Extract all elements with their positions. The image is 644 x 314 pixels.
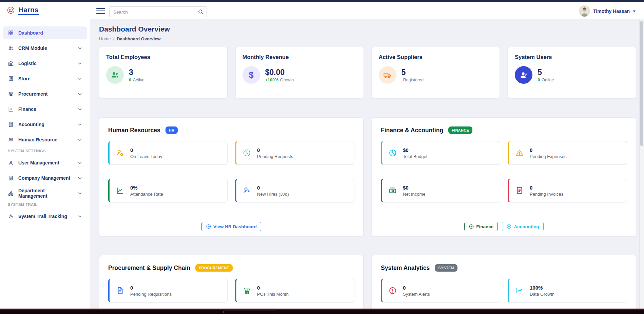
mini-stat-pending-invoices: 0 Pending Invoices bbox=[508, 179, 627, 202]
mini-stat-value: 0% bbox=[130, 185, 163, 191]
sidebar-item-store[interactable]: Store bbox=[3, 72, 87, 85]
receipt-icon bbox=[514, 186, 525, 195]
sidebar-item-human-resource[interactable]: Human Resource bbox=[3, 133, 87, 146]
vertical-scrollbar-thumb[interactable] bbox=[640, 21, 643, 146]
search-icon[interactable] bbox=[198, 9, 204, 15]
pie-chart-icon bbox=[388, 149, 398, 157]
sidebar-item-logistic[interactable]: Logistic bbox=[3, 57, 87, 70]
page-title: Dashboard Overview bbox=[99, 25, 636, 33]
arrow-circle-icon bbox=[206, 224, 211, 229]
stat-card-value: 5 bbox=[538, 68, 554, 77]
panel-human-resources: Human Resources HR 0 On Leave Today bbox=[99, 117, 364, 236]
caret-down-icon bbox=[633, 11, 636, 12]
people-icon bbox=[7, 137, 14, 143]
system-badge: SYSTEM bbox=[435, 264, 457, 272]
panel-system-analytics: System Analytics SYSTEM 0 System Alerts bbox=[372, 255, 636, 309]
stat-card-value: 3 bbox=[129, 68, 144, 77]
sidebar-item-accounting[interactable]: Accounting bbox=[3, 118, 87, 131]
arrow-circle-icon bbox=[469, 224, 474, 229]
chevron-down-icon bbox=[78, 177, 82, 179]
sidebar-item-label: Finance bbox=[18, 106, 36, 112]
chart-line-icon bbox=[115, 186, 125, 195]
stat-card-title: Total Employees bbox=[106, 54, 220, 60]
sidebar-item-system-trail-tracking[interactable]: System Trail Tracking bbox=[3, 210, 87, 223]
stat-card-sub-value: 0 bbox=[129, 78, 131, 82]
mini-stat-pending-expenses: 0 Pending Expenses bbox=[508, 141, 627, 165]
gear-icon bbox=[7, 213, 14, 220]
vertical-scrollbar-track[interactable] bbox=[639, 19, 644, 309]
file-icon bbox=[115, 286, 125, 295]
mini-stat-label: System Alerts bbox=[403, 292, 430, 297]
sidebar-item-finance[interactable]: Finance bbox=[3, 103, 87, 116]
module-panels-row-1: Human Resources HR 0 On Leave Today bbox=[99, 117, 636, 236]
chevron-down-icon bbox=[78, 78, 82, 80]
stat-card-title: Monthly Revenue bbox=[242, 54, 357, 60]
mini-stat-value: $0 bbox=[403, 185, 425, 191]
mini-stat-label: Pending Requests bbox=[257, 154, 293, 159]
button-label: View HR Dashboard bbox=[213, 224, 257, 229]
stat-card-sub-value: +100% bbox=[265, 78, 278, 82]
mini-stat-label: Pending Invoices bbox=[530, 192, 563, 197]
mini-stat-value: 0 bbox=[257, 185, 289, 191]
brand-link[interactable]: Harns bbox=[7, 5, 39, 15]
mini-stat-label: Attendance Rate bbox=[130, 192, 163, 197]
panel-title: Human Resources bbox=[108, 127, 160, 134]
sidebar-toggle-icon[interactable] bbox=[96, 8, 105, 14]
mini-stat-value: 0 bbox=[130, 147, 162, 153]
sidebar-item-label: Department Management bbox=[18, 188, 74, 199]
sidebar-section-system-settings: SYSTEM SETTINGS bbox=[8, 149, 90, 153]
grid-icon bbox=[7, 30, 14, 36]
sidebar-item-label: System Trail Tracking bbox=[18, 214, 67, 219]
search-input[interactable] bbox=[109, 6, 207, 17]
truck-icon bbox=[379, 66, 396, 84]
sidebar-item-crm-module[interactable]: CRM Module bbox=[3, 42, 87, 55]
user-menu[interactable]: Timothy Hassan bbox=[579, 5, 636, 17]
sidebar-item-label: CRM Module bbox=[18, 45, 47, 51]
cash-icon bbox=[388, 186, 398, 195]
breadcrumb-separator: / bbox=[113, 36, 115, 41]
mini-stat-data-growth: 100% Data Growth bbox=[508, 279, 627, 302]
user-x-icon bbox=[115, 149, 125, 157]
office-building-icon bbox=[7, 175, 14, 181]
panel-title: System Analytics bbox=[381, 264, 430, 272]
user-plus-icon bbox=[242, 186, 252, 195]
sidebar-item-user-management[interactable]: User Management bbox=[3, 156, 87, 169]
mini-stat-new-hires: 0 New Hires (30d) bbox=[235, 179, 354, 202]
mini-stat-value: 0 bbox=[257, 285, 289, 291]
sidebar-item-label: Dashboard bbox=[18, 30, 43, 36]
mini-stat-label: On Leave Today bbox=[130, 154, 162, 159]
view-hr-dashboard-button[interactable]: View HR Dashboard bbox=[201, 222, 261, 231]
stat-cards-row: Total Employees 3 0 Active Monthly Reven… bbox=[99, 47, 636, 99]
stat-card-sub-label: Growth bbox=[280, 78, 294, 82]
user-icon bbox=[7, 160, 14, 166]
sidebar-item-label: Human Resource bbox=[18, 137, 57, 142]
sidebar-item-procurement[interactable]: Procurement bbox=[3, 87, 87, 100]
sidebar-item-label: Procurement bbox=[18, 91, 47, 97]
mini-stat-label: Pending Requisitions bbox=[130, 292, 172, 297]
chevron-down-icon bbox=[78, 162, 82, 164]
alert-circle-icon bbox=[388, 286, 398, 295]
window-top-strip bbox=[0, 0, 644, 2]
chevron-down-icon bbox=[78, 215, 82, 218]
stat-card-title: Active Suppliers bbox=[379, 54, 493, 60]
finance-button[interactable]: Finance bbox=[464, 222, 498, 231]
mini-stat-label: Pending Expenses bbox=[530, 154, 566, 159]
bottom-window-bar bbox=[0, 309, 644, 314]
sidebar-item-company-management[interactable]: Company Management bbox=[3, 172, 87, 184]
dollar-glyph: $ bbox=[249, 70, 254, 80]
accounting-button[interactable]: Accounting bbox=[502, 222, 543, 231]
mini-stat-attendance-rate: 0% Attendance Rate bbox=[108, 179, 228, 202]
sidebar-item-department-management[interactable]: Department Management bbox=[3, 187, 87, 200]
mini-stat-value: 0 bbox=[130, 285, 172, 291]
mini-stat-label: Net Income bbox=[403, 192, 425, 197]
breadcrumb-home-link[interactable]: Home bbox=[99, 36, 111, 41]
header-search bbox=[109, 6, 207, 17]
mini-stat-label: New Hires (30d) bbox=[257, 192, 289, 197]
chevron-down-icon bbox=[78, 123, 82, 126]
panel-title: Procurement & Supply Chain bbox=[108, 264, 190, 272]
brand-logo-icon bbox=[7, 6, 15, 14]
warning-triangle-icon bbox=[514, 149, 525, 157]
sidebar-item-dashboard[interactable]: Dashboard bbox=[3, 26, 87, 39]
brand-name[interactable]: Harns bbox=[18, 5, 39, 15]
sidebar-item-label: Accounting bbox=[18, 122, 44, 127]
